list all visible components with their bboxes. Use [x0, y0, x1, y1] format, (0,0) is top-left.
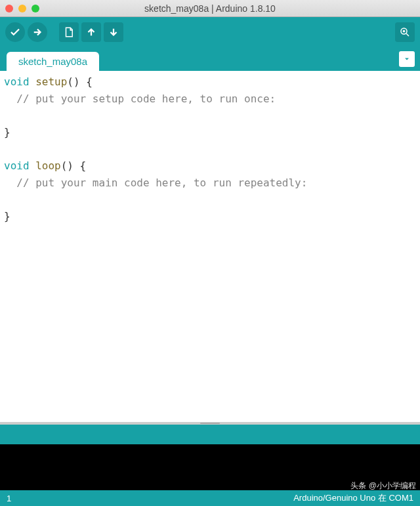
- traffic-lights: [5, 5, 39, 12]
- serial-monitor-button[interactable]: [395, 22, 415, 42]
- code-line: void loop() {: [4, 158, 416, 175]
- toolbar: [0, 17, 420, 47]
- code-line: }: [4, 124, 416, 141]
- code-line: }: [4, 208, 416, 225]
- tab-menu-button[interactable]: [399, 51, 415, 67]
- upload-button[interactable]: [28, 22, 47, 42]
- line-indicator: 1: [7, 494, 11, 503]
- chevron-down-icon: [403, 55, 411, 63]
- check-icon: [9, 26, 21, 38]
- tabbar: sketch_may08a: [0, 47, 420, 71]
- code-editor[interactable]: void setup() { // put your setup code he…: [0, 71, 420, 422]
- svg-point-1: [403, 30, 405, 32]
- status-bar: [0, 425, 420, 444]
- maximize-window-button[interactable]: [32, 5, 39, 12]
- code-line: // put your setup code here, to run once…: [4, 91, 416, 108]
- code-line: [4, 191, 416, 208]
- new-sketch-button[interactable]: [59, 22, 79, 42]
- save-sketch-button[interactable]: [104, 22, 123, 42]
- open-sketch-button[interactable]: [81, 22, 101, 42]
- arrow-right-icon: [32, 26, 43, 38]
- code-line: // put your main code here, to run repea…: [4, 175, 416, 192]
- minimize-window-button[interactable]: [18, 5, 26, 12]
- code-line: void setup() {: [4, 74, 416, 91]
- magnifier-icon: [399, 26, 411, 38]
- titlebar: sketch_may08a | Arduino 1.8.10: [0, 0, 420, 17]
- footer: 1 Arduino/Genuino Uno 在 COM1: [0, 490, 420, 506]
- close-window-button[interactable]: [5, 5, 13, 12]
- arrow-down-icon: [108, 26, 119, 38]
- code-line: [4, 140, 416, 158]
- verify-button[interactable]: [5, 22, 25, 42]
- code-line: [4, 107, 416, 124]
- board-indicator: Arduino/Genuino Uno 在 COM1: [293, 492, 413, 504]
- window-title: sketch_may08a | Arduino 1.8.10: [144, 3, 276, 14]
- tab-sketch[interactable]: sketch_may08a: [7, 52, 99, 71]
- console[interactable]: [0, 444, 420, 490]
- arrow-up-icon: [85, 26, 97, 38]
- file-icon: [63, 26, 75, 38]
